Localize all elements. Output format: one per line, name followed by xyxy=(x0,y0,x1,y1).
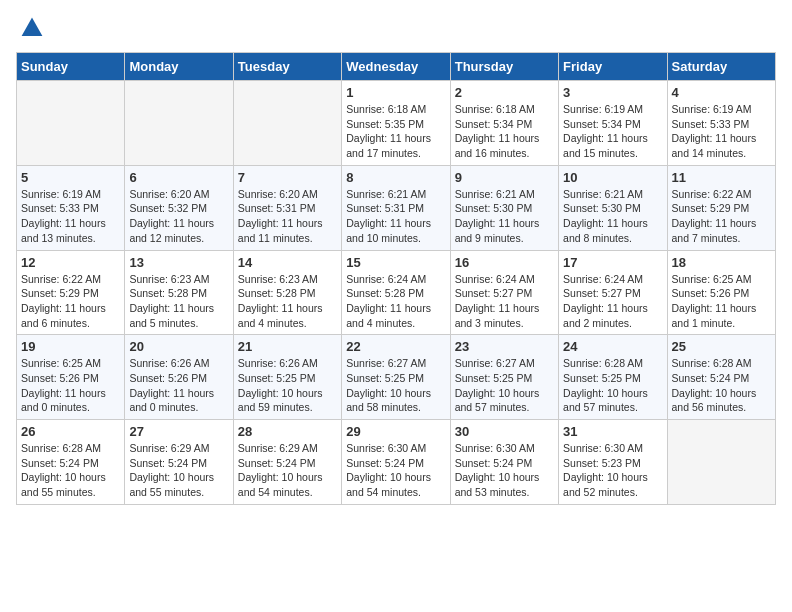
calendar-cell: 30Sunrise: 6:30 AM Sunset: 5:24 PM Dayli… xyxy=(450,420,558,505)
logo xyxy=(16,16,44,40)
day-info: Sunrise: 6:28 AM Sunset: 5:24 PM Dayligh… xyxy=(672,356,771,415)
day-info: Sunrise: 6:27 AM Sunset: 5:25 PM Dayligh… xyxy=(455,356,554,415)
day-info: Sunrise: 6:28 AM Sunset: 5:25 PM Dayligh… xyxy=(563,356,662,415)
day-number: 29 xyxy=(346,424,445,439)
day-info: Sunrise: 6:20 AM Sunset: 5:32 PM Dayligh… xyxy=(129,187,228,246)
day-info: Sunrise: 6:24 AM Sunset: 5:28 PM Dayligh… xyxy=(346,272,445,331)
day-info: Sunrise: 6:29 AM Sunset: 5:24 PM Dayligh… xyxy=(129,441,228,500)
day-info: Sunrise: 6:25 AM Sunset: 5:26 PM Dayligh… xyxy=(21,356,120,415)
calendar-cell: 1Sunrise: 6:18 AM Sunset: 5:35 PM Daylig… xyxy=(342,81,450,166)
day-number: 15 xyxy=(346,255,445,270)
calendar-cell: 6Sunrise: 6:20 AM Sunset: 5:32 PM Daylig… xyxy=(125,165,233,250)
day-info: Sunrise: 6:18 AM Sunset: 5:35 PM Dayligh… xyxy=(346,102,445,161)
day-number: 31 xyxy=(563,424,662,439)
day-number: 11 xyxy=(672,170,771,185)
day-number: 8 xyxy=(346,170,445,185)
calendar-cell: 31Sunrise: 6:30 AM Sunset: 5:23 PM Dayli… xyxy=(559,420,667,505)
calendar-cell: 11Sunrise: 6:22 AM Sunset: 5:29 PM Dayli… xyxy=(667,165,775,250)
calendar-week-row: 1Sunrise: 6:18 AM Sunset: 5:35 PM Daylig… xyxy=(17,81,776,166)
day-info: Sunrise: 6:29 AM Sunset: 5:24 PM Dayligh… xyxy=(238,441,337,500)
day-number: 27 xyxy=(129,424,228,439)
calendar-cell: 10Sunrise: 6:21 AM Sunset: 5:30 PM Dayli… xyxy=(559,165,667,250)
calendar-cell: 14Sunrise: 6:23 AM Sunset: 5:28 PM Dayli… xyxy=(233,250,341,335)
day-number: 20 xyxy=(129,339,228,354)
day-number: 9 xyxy=(455,170,554,185)
day-info: Sunrise: 6:30 AM Sunset: 5:24 PM Dayligh… xyxy=(455,441,554,500)
day-number: 18 xyxy=(672,255,771,270)
day-info: Sunrise: 6:21 AM Sunset: 5:31 PM Dayligh… xyxy=(346,187,445,246)
day-number: 10 xyxy=(563,170,662,185)
calendar-cell: 7Sunrise: 6:20 AM Sunset: 5:31 PM Daylig… xyxy=(233,165,341,250)
calendar-cell: 4Sunrise: 6:19 AM Sunset: 5:33 PM Daylig… xyxy=(667,81,775,166)
calendar-cell: 13Sunrise: 6:23 AM Sunset: 5:28 PM Dayli… xyxy=(125,250,233,335)
day-info: Sunrise: 6:19 AM Sunset: 5:34 PM Dayligh… xyxy=(563,102,662,161)
day-info: Sunrise: 6:25 AM Sunset: 5:26 PM Dayligh… xyxy=(672,272,771,331)
calendar-cell: 3Sunrise: 6:19 AM Sunset: 5:34 PM Daylig… xyxy=(559,81,667,166)
day-info: Sunrise: 6:28 AM Sunset: 5:24 PM Dayligh… xyxy=(21,441,120,500)
day-info: Sunrise: 6:21 AM Sunset: 5:30 PM Dayligh… xyxy=(455,187,554,246)
day-info: Sunrise: 6:24 AM Sunset: 5:27 PM Dayligh… xyxy=(455,272,554,331)
calendar-cell: 20Sunrise: 6:26 AM Sunset: 5:26 PM Dayli… xyxy=(125,335,233,420)
calendar-cell xyxy=(667,420,775,505)
day-info: Sunrise: 6:18 AM Sunset: 5:34 PM Dayligh… xyxy=(455,102,554,161)
calendar-cell: 26Sunrise: 6:28 AM Sunset: 5:24 PM Dayli… xyxy=(17,420,125,505)
calendar-cell: 9Sunrise: 6:21 AM Sunset: 5:30 PM Daylig… xyxy=(450,165,558,250)
logo-icon xyxy=(20,16,44,40)
day-number: 30 xyxy=(455,424,554,439)
day-number: 21 xyxy=(238,339,337,354)
day-info: Sunrise: 6:26 AM Sunset: 5:25 PM Dayligh… xyxy=(238,356,337,415)
day-info: Sunrise: 6:19 AM Sunset: 5:33 PM Dayligh… xyxy=(672,102,771,161)
day-number: 14 xyxy=(238,255,337,270)
calendar-cell: 12Sunrise: 6:22 AM Sunset: 5:29 PM Dayli… xyxy=(17,250,125,335)
calendar-cell: 23Sunrise: 6:27 AM Sunset: 5:25 PM Dayli… xyxy=(450,335,558,420)
calendar-cell: 21Sunrise: 6:26 AM Sunset: 5:25 PM Dayli… xyxy=(233,335,341,420)
day-number: 28 xyxy=(238,424,337,439)
calendar-cell: 25Sunrise: 6:28 AM Sunset: 5:24 PM Dayli… xyxy=(667,335,775,420)
calendar-cell: 28Sunrise: 6:29 AM Sunset: 5:24 PM Dayli… xyxy=(233,420,341,505)
day-number: 4 xyxy=(672,85,771,100)
day-number: 17 xyxy=(563,255,662,270)
day-info: Sunrise: 6:30 AM Sunset: 5:24 PM Dayligh… xyxy=(346,441,445,500)
weekday-header: Saturday xyxy=(667,53,775,81)
calendar-table: SundayMondayTuesdayWednesdayThursdayFrid… xyxy=(16,52,776,505)
day-number: 16 xyxy=(455,255,554,270)
calendar-cell: 24Sunrise: 6:28 AM Sunset: 5:25 PM Dayli… xyxy=(559,335,667,420)
day-info: Sunrise: 6:30 AM Sunset: 5:23 PM Dayligh… xyxy=(563,441,662,500)
day-info: Sunrise: 6:20 AM Sunset: 5:31 PM Dayligh… xyxy=(238,187,337,246)
weekday-header-row: SundayMondayTuesdayWednesdayThursdayFrid… xyxy=(17,53,776,81)
weekday-header: Wednesday xyxy=(342,53,450,81)
calendar-cell xyxy=(125,81,233,166)
day-info: Sunrise: 6:26 AM Sunset: 5:26 PM Dayligh… xyxy=(129,356,228,415)
calendar-cell: 5Sunrise: 6:19 AM Sunset: 5:33 PM Daylig… xyxy=(17,165,125,250)
day-number: 19 xyxy=(21,339,120,354)
day-number: 7 xyxy=(238,170,337,185)
day-info: Sunrise: 6:22 AM Sunset: 5:29 PM Dayligh… xyxy=(21,272,120,331)
calendar-cell: 2Sunrise: 6:18 AM Sunset: 5:34 PM Daylig… xyxy=(450,81,558,166)
calendar-cell: 27Sunrise: 6:29 AM Sunset: 5:24 PM Dayli… xyxy=(125,420,233,505)
svg-marker-0 xyxy=(22,18,43,36)
weekday-header: Sunday xyxy=(17,53,125,81)
day-number: 6 xyxy=(129,170,228,185)
day-number: 3 xyxy=(563,85,662,100)
day-number: 12 xyxy=(21,255,120,270)
day-number: 25 xyxy=(672,339,771,354)
calendar-cell: 22Sunrise: 6:27 AM Sunset: 5:25 PM Dayli… xyxy=(342,335,450,420)
calendar-cell: 18Sunrise: 6:25 AM Sunset: 5:26 PM Dayli… xyxy=(667,250,775,335)
day-info: Sunrise: 6:21 AM Sunset: 5:30 PM Dayligh… xyxy=(563,187,662,246)
day-number: 23 xyxy=(455,339,554,354)
day-number: 2 xyxy=(455,85,554,100)
page-header xyxy=(16,16,776,40)
calendar-cell xyxy=(17,81,125,166)
day-number: 5 xyxy=(21,170,120,185)
calendar-week-row: 12Sunrise: 6:22 AM Sunset: 5:29 PM Dayli… xyxy=(17,250,776,335)
calendar-week-row: 26Sunrise: 6:28 AM Sunset: 5:24 PM Dayli… xyxy=(17,420,776,505)
day-number: 13 xyxy=(129,255,228,270)
calendar-cell: 19Sunrise: 6:25 AM Sunset: 5:26 PM Dayli… xyxy=(17,335,125,420)
weekday-header: Thursday xyxy=(450,53,558,81)
calendar-cell xyxy=(233,81,341,166)
weekday-header: Tuesday xyxy=(233,53,341,81)
weekday-header: Monday xyxy=(125,53,233,81)
day-number: 26 xyxy=(21,424,120,439)
day-number: 22 xyxy=(346,339,445,354)
calendar-cell: 8Sunrise: 6:21 AM Sunset: 5:31 PM Daylig… xyxy=(342,165,450,250)
